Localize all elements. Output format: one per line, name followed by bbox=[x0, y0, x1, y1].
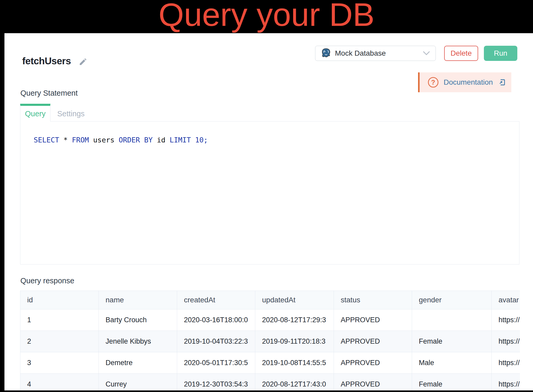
edit-pencil-icon[interactable] bbox=[79, 57, 88, 66]
cell-name: Barty Crouch bbox=[99, 309, 177, 331]
cell-id: 4 bbox=[20, 374, 99, 391]
sql-text: id bbox=[153, 136, 170, 144]
sql-keyword: SELECT bbox=[34, 136, 59, 144]
table-row: 4 Currey 2019-12-30T03:54:3 2020-08-12T1… bbox=[20, 374, 520, 391]
sql-keyword: ORDER BY bbox=[119, 136, 153, 144]
cell-avatar: https:// bbox=[492, 331, 520, 352]
cell-id: 1 bbox=[20, 309, 99, 331]
cell-createdAt: 2019-10-04T03:22:3 bbox=[177, 331, 255, 352]
documentation-link[interactable]: ? Documentation bbox=[418, 72, 511, 92]
cell-avatar: https:// bbox=[492, 309, 520, 331]
cell-gender: Male bbox=[412, 352, 492, 374]
question-circle-icon: ? bbox=[428, 77, 438, 88]
cell-updatedAt: 2020-08-12T17:43:0 bbox=[255, 374, 334, 391]
cell-status: APPROVED bbox=[334, 374, 412, 391]
column-header-id: id bbox=[20, 291, 99, 309]
column-header-updatedAt: updatedAt bbox=[255, 291, 334, 309]
cell-gender: Female bbox=[412, 374, 492, 391]
cell-id: 3 bbox=[20, 352, 99, 374]
sql-text: * bbox=[59, 136, 72, 144]
column-header-avatar: avatar bbox=[492, 291, 520, 309]
sql-text: users bbox=[89, 136, 119, 144]
cell-updatedAt: 2020-08-12T17:29:3 bbox=[255, 309, 334, 331]
sql-number: 10; bbox=[191, 136, 208, 144]
table-row: 1 Barty Crouch 2020-03-16T18:00:0 2020-0… bbox=[20, 309, 520, 331]
cell-updatedAt: 2019-10-08T14:55:5 bbox=[255, 352, 334, 374]
documentation-label: Documentation bbox=[444, 78, 493, 87]
cell-status: APPROVED bbox=[334, 352, 412, 374]
external-link-icon bbox=[498, 78, 506, 86]
delete-button[interactable]: Delete bbox=[444, 46, 478, 61]
cell-gender: Female bbox=[412, 331, 492, 352]
sql-keyword: LIMIT bbox=[170, 136, 191, 144]
cell-name: Currey bbox=[99, 374, 177, 391]
response-table-container[interactable]: id name createdAt updatedAt status gende… bbox=[20, 291, 520, 391]
tab-settings[interactable]: Settings bbox=[50, 104, 91, 122]
cell-createdAt: 2020-03-16T18:00:0 bbox=[177, 309, 255, 331]
column-header-createdAt: createdAt bbox=[177, 291, 255, 309]
cell-status: APPROVED bbox=[334, 309, 412, 331]
top-banner: Query your DB bbox=[0, 0, 533, 33]
query-name-title: fetchUsers bbox=[22, 56, 71, 67]
cell-id: 2 bbox=[20, 331, 99, 352]
table-row: 3 Demetre 2020-05-01T17:30:5 2019-10-08T… bbox=[20, 352, 520, 374]
page-title: Query your DB bbox=[0, 0, 533, 33]
sql-keyword: FROM bbox=[72, 136, 89, 144]
postgresql-icon bbox=[321, 48, 331, 59]
response-table: id name createdAt updatedAt status gende… bbox=[20, 291, 520, 391]
cell-gender bbox=[412, 309, 492, 331]
run-button[interactable]: Run bbox=[484, 46, 517, 61]
bottom-edge bbox=[0, 390, 533, 392]
database-select[interactable]: Mock Database bbox=[315, 46, 436, 61]
cell-status: APPROVED bbox=[334, 331, 412, 352]
column-header-status: status bbox=[334, 291, 412, 309]
column-header-gender: gender bbox=[412, 291, 492, 309]
cell-createdAt: 2020-05-01T17:30:5 bbox=[177, 352, 255, 374]
column-header-name: name bbox=[99, 291, 177, 309]
cell-name: Jenelle Kibbys bbox=[99, 331, 177, 352]
tab-query[interactable]: Query bbox=[20, 104, 50, 122]
chevron-down-icon bbox=[423, 51, 430, 55]
database-select-value: Mock Database bbox=[335, 49, 419, 57]
cell-avatar: https:// bbox=[492, 374, 520, 391]
sql-editor[interactable]: SELECT * FROM users ORDER BY id LIMIT 10… bbox=[20, 121, 519, 264]
query-response-label: Query response bbox=[20, 276, 74, 285]
cell-name: Demetre bbox=[99, 352, 177, 374]
query-statement-label: Query Statement bbox=[20, 89, 78, 97]
cell-avatar: https:// bbox=[492, 352, 520, 374]
cell-createdAt: 2019-12-30T03:54:3 bbox=[177, 374, 255, 391]
cell-updatedAt: 2019-09-11T20:18:3 bbox=[255, 331, 334, 352]
sql-statement: SELECT * FROM users ORDER BY id LIMIT 10… bbox=[34, 136, 208, 145]
table-header-row: id name createdAt updatedAt status gende… bbox=[20, 291, 520, 309]
table-row: 2 Jenelle Kibbys 2019-10-04T03:22:3 2019… bbox=[20, 331, 520, 352]
